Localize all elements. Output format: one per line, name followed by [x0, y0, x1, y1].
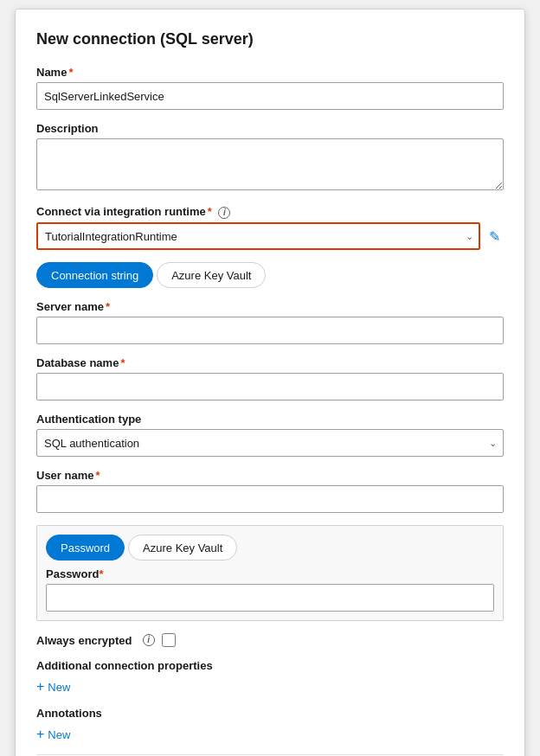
auth-type-label: Authentication type [36, 413, 504, 426]
password-input[interactable] [46, 584, 494, 612]
server-name-group: Server name* [36, 300, 504, 344]
runtime-info-icon[interactable]: i [218, 207, 230, 219]
database-name-label: Database name* [36, 356, 504, 369]
runtime-group: Connect via integration runtime* i Tutor… [36, 205, 504, 250]
always-encrypted-info-icon[interactable]: i [143, 634, 155, 646]
name-label: Name* [36, 66, 504, 79]
runtime-select-wrapper: TutorialIntegrationRuntime ⌄ [36, 222, 480, 250]
user-name-input[interactable] [36, 485, 504, 513]
password-tab-group: Password Azure Key Vault [46, 535, 494, 561]
new-connection-dialog: New connection (SQL server) Name* Descri… [15, 9, 525, 756]
name-input[interactable] [36, 82, 504, 110]
add-connection-property-button[interactable]: + New [36, 679, 70, 695]
description-label: Description [36, 122, 504, 135]
password-tab[interactable]: Password [46, 535, 125, 561]
description-input[interactable] [36, 138, 504, 190]
password-section: Password Azure Key Vault Password* [36, 525, 504, 621]
add-annotation-button[interactable]: + New [36, 727, 70, 742]
annotations-title: Annotations [36, 707, 504, 720]
password-azure-key-vault-tab[interactable]: Azure Key Vault [128, 535, 237, 561]
description-group: Description [36, 122, 504, 193]
auth-type-select[interactable]: SQL authentication Windows authenticatio… [36, 429, 504, 457]
additional-props-group: Additional connection properties + New [36, 659, 504, 695]
always-encrypted-row: Always encrypted i [36, 633, 504, 647]
azure-key-vault-tab[interactable]: Azure Key Vault [157, 262, 266, 288]
always-encrypted-checkbox[interactable] [162, 633, 176, 647]
always-encrypted-label: Always encrypted [36, 634, 132, 647]
user-name-group: User name* [36, 469, 504, 513]
annotation-plus-icon: + [36, 727, 44, 742]
database-name-group: Database name* [36, 356, 504, 400]
name-group: Name* [36, 66, 504, 110]
server-name-label: Server name* [36, 300, 504, 313]
password-label: Password* [46, 567, 494, 580]
auth-select-wrapper: SQL authentication Windows authenticatio… [36, 429, 504, 457]
runtime-label: Connect via integration runtime* i [36, 205, 504, 219]
dialog-title: New connection (SQL server) [36, 30, 504, 48]
runtime-row: TutorialIntegrationRuntime ⌄ ✎ [36, 222, 504, 250]
user-name-label: User name* [36, 469, 504, 482]
plus-icon: + [36, 679, 44, 695]
runtime-select[interactable]: TutorialIntegrationRuntime [36, 222, 480, 250]
add-connection-property-label: New [48, 681, 70, 694]
additional-props-title: Additional connection properties [36, 659, 504, 672]
add-annotation-label: New [48, 728, 70, 741]
database-name-input[interactable] [36, 373, 504, 400]
annotations-group: Annotations + New [36, 707, 504, 742]
connection-string-tab[interactable]: Connection string [36, 262, 153, 288]
runtime-edit-button[interactable]: ✎ [485, 227, 504, 247]
auth-type-group: Authentication type SQL authentication W… [36, 413, 504, 457]
connection-tab-group: Connection string Azure Key Vault [36, 262, 504, 288]
server-name-input[interactable] [36, 317, 504, 344]
